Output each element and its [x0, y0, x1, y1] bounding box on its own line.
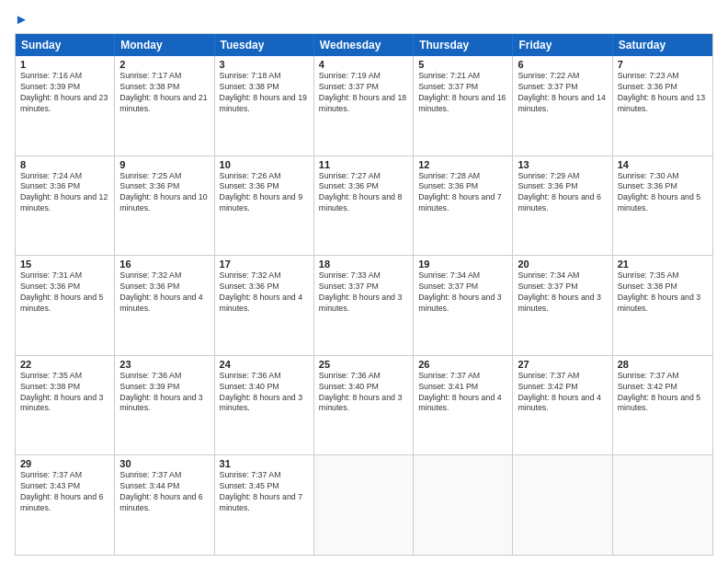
calendar-cell: 11Sunrise: 7:27 AMSunset: 3:36 PMDayligh…	[314, 156, 414, 256]
day-number: 10	[220, 159, 309, 170]
calendar-cell	[414, 455, 513, 555]
cell-info: Sunrise: 7:32 AMSunset: 3:36 PMDaylight:…	[119, 270, 202, 313]
cell-info: Sunrise: 7:34 AMSunset: 3:37 PMDaylight:…	[518, 270, 600, 313]
cell-info: Sunrise: 7:31 AMSunset: 3:36 PMDaylight:…	[20, 270, 103, 313]
day-number: 28	[618, 359, 708, 370]
cell-info: Sunrise: 7:23 AMSunset: 3:36 PMDaylight:…	[618, 71, 705, 113]
cell-info: Sunrise: 7:37 AMSunset: 3:45 PMDaylight:…	[220, 470, 302, 512]
calendar-cell: 5Sunrise: 7:21 AMSunset: 3:37 PMDaylight…	[414, 56, 513, 155]
cell-info: Sunrise: 7:16 AMSunset: 3:39 PMDaylight:…	[20, 71, 108, 113]
logo: ►	[15, 11, 28, 28]
calendar-cell: 24Sunrise: 7:36 AMSunset: 3:40 PMDayligh…	[215, 356, 314, 455]
calendar-cell: 18Sunrise: 7:33 AMSunset: 3:37 PMDayligh…	[314, 256, 414, 355]
day-number: 9	[119, 159, 209, 170]
calendar-cell: 26Sunrise: 7:37 AMSunset: 3:41 PMDayligh…	[414, 356, 513, 455]
header-friday: Friday	[513, 34, 612, 56]
day-number: 2	[119, 59, 209, 70]
calendar-cell: 10Sunrise: 7:26 AMSunset: 3:36 PMDayligh…	[215, 156, 314, 256]
cell-info: Sunrise: 7:18 AMSunset: 3:38 PMDaylight:…	[220, 71, 307, 113]
header-tuesday: Tuesday	[215, 34, 314, 56]
cell-info: Sunrise: 7:37 AMSunset: 3:42 PMDaylight:…	[518, 371, 600, 413]
cell-info: Sunrise: 7:34 AMSunset: 3:37 PMDaylight:…	[418, 270, 501, 313]
calendar-cell: 17Sunrise: 7:32 AMSunset: 3:36 PMDayligh…	[215, 256, 314, 355]
calendar-cell: 15Sunrise: 7:31 AMSunset: 3:36 PMDayligh…	[16, 256, 115, 355]
calendar-cell: 20Sunrise: 7:34 AMSunset: 3:37 PMDayligh…	[513, 256, 612, 355]
cell-info: Sunrise: 7:32 AMSunset: 3:36 PMDaylight:…	[220, 270, 302, 313]
calendar-cell: 13Sunrise: 7:29 AMSunset: 3:36 PMDayligh…	[513, 156, 612, 256]
header-wednesday: Wednesday	[314, 34, 414, 56]
cell-info: Sunrise: 7:36 AMSunset: 3:40 PMDaylight:…	[319, 371, 402, 413]
day-number: 7	[618, 59, 708, 70]
calendar-row-2: 8Sunrise: 7:24 AMSunset: 3:36 PMDaylight…	[16, 155, 712, 256]
calendar-cell: 9Sunrise: 7:25 AMSunset: 3:36 PMDaylight…	[115, 156, 214, 256]
header-saturday: Saturday	[613, 34, 712, 56]
day-number: 8	[20, 159, 109, 170]
calendar-cell: 31Sunrise: 7:37 AMSunset: 3:45 PMDayligh…	[215, 455, 314, 555]
cell-info: Sunrise: 7:26 AMSunset: 3:36 PMDaylight:…	[220, 171, 302, 213]
day-number: 1	[20, 59, 109, 70]
cell-info: Sunrise: 7:36 AMSunset: 3:39 PMDaylight:…	[119, 371, 202, 413]
calendar-cell: 19Sunrise: 7:34 AMSunset: 3:37 PMDayligh…	[414, 256, 513, 355]
cell-info: Sunrise: 7:27 AMSunset: 3:36 PMDaylight:…	[319, 171, 402, 213]
calendar-cell	[513, 455, 612, 555]
day-number: 19	[418, 259, 507, 270]
header-thursday: Thursday	[414, 34, 513, 56]
calendar-cell: 16Sunrise: 7:32 AMSunset: 3:36 PMDayligh…	[115, 256, 214, 355]
calendar-cell: 14Sunrise: 7:30 AMSunset: 3:36 PMDayligh…	[613, 156, 712, 256]
cell-info: Sunrise: 7:22 AMSunset: 3:37 PMDaylight:…	[518, 71, 605, 113]
cell-info: Sunrise: 7:19 AMSunset: 3:37 PMDaylight:…	[319, 71, 406, 113]
header-sunday: Sunday	[16, 34, 115, 56]
header: ►	[15, 11, 713, 28]
calendar-cell: 8Sunrise: 7:24 AMSunset: 3:36 PMDaylight…	[16, 156, 115, 256]
cell-info: Sunrise: 7:35 AMSunset: 3:38 PMDaylight:…	[20, 371, 103, 413]
calendar-row-5: 29Sunrise: 7:37 AMSunset: 3:43 PMDayligh…	[16, 454, 712, 555]
calendar-row-4: 22Sunrise: 7:35 AMSunset: 3:38 PMDayligh…	[16, 355, 712, 455]
calendar-cell: 21Sunrise: 7:35 AMSunset: 3:38 PMDayligh…	[613, 256, 712, 355]
day-number: 12	[418, 159, 507, 170]
calendar-cell: 28Sunrise: 7:37 AMSunset: 3:42 PMDayligh…	[613, 356, 712, 455]
cell-info: Sunrise: 7:25 AMSunset: 3:36 PMDaylight:…	[119, 171, 207, 213]
day-number: 17	[220, 259, 309, 270]
cell-info: Sunrise: 7:37 AMSunset: 3:44 PMDaylight:…	[119, 470, 202, 512]
day-number: 15	[20, 259, 109, 270]
calendar-header: Sunday Monday Tuesday Wednesday Thursday…	[16, 34, 712, 56]
calendar-cell	[314, 455, 414, 555]
day-number: 29	[20, 458, 109, 469]
cell-info: Sunrise: 7:24 AMSunset: 3:36 PMDaylight:…	[20, 171, 108, 213]
cell-info: Sunrise: 7:21 AMSunset: 3:37 PMDaylight:…	[418, 71, 506, 113]
cell-info: Sunrise: 7:33 AMSunset: 3:37 PMDaylight:…	[319, 270, 402, 313]
cell-info: Sunrise: 7:37 AMSunset: 3:41 PMDaylight:…	[418, 371, 501, 413]
day-number: 5	[418, 59, 507, 70]
day-number: 21	[618, 259, 708, 270]
calendar-cell: 12Sunrise: 7:28 AMSunset: 3:36 PMDayligh…	[414, 156, 513, 256]
calendar-cell: 1Sunrise: 7:16 AMSunset: 3:39 PMDaylight…	[16, 56, 115, 155]
page: ► Sunday Monday Tuesday Wednesday Thursd…	[0, 0, 728, 563]
day-number: 18	[319, 259, 408, 270]
day-number: 20	[518, 259, 607, 270]
cell-info: Sunrise: 7:29 AMSunset: 3:36 PMDaylight:…	[518, 171, 600, 213]
day-number: 27	[518, 359, 607, 370]
day-number: 14	[618, 159, 708, 170]
day-number: 24	[220, 359, 309, 370]
cell-info: Sunrise: 7:35 AMSunset: 3:38 PMDaylight:…	[618, 270, 700, 313]
cell-info: Sunrise: 7:36 AMSunset: 3:40 PMDaylight:…	[220, 371, 302, 413]
day-number: 4	[319, 59, 408, 70]
day-number: 11	[319, 159, 408, 170]
day-number: 22	[20, 359, 109, 370]
cell-info: Sunrise: 7:17 AMSunset: 3:38 PMDaylight:…	[119, 71, 207, 113]
calendar-cell: 25Sunrise: 7:36 AMSunset: 3:40 PMDayligh…	[314, 356, 414, 455]
calendar-cell: 6Sunrise: 7:22 AMSunset: 3:37 PMDaylight…	[513, 56, 612, 155]
day-number: 23	[119, 359, 209, 370]
calendar-row-3: 15Sunrise: 7:31 AMSunset: 3:36 PMDayligh…	[16, 255, 712, 355]
day-number: 3	[220, 59, 309, 70]
calendar-cell: 4Sunrise: 7:19 AMSunset: 3:37 PMDaylight…	[314, 56, 414, 155]
day-number: 31	[220, 458, 309, 469]
day-number: 25	[319, 359, 408, 370]
cell-info: Sunrise: 7:30 AMSunset: 3:36 PMDaylight:…	[618, 171, 700, 213]
calendar-cell: 27Sunrise: 7:37 AMSunset: 3:42 PMDayligh…	[513, 356, 612, 455]
calendar-cell: 30Sunrise: 7:37 AMSunset: 3:44 PMDayligh…	[115, 455, 214, 555]
calendar-row-1: 1Sunrise: 7:16 AMSunset: 3:39 PMDaylight…	[16, 56, 712, 155]
calendar-cell: 7Sunrise: 7:23 AMSunset: 3:36 PMDaylight…	[613, 56, 712, 155]
cell-info: Sunrise: 7:37 AMSunset: 3:42 PMDaylight:…	[618, 371, 700, 413]
calendar-cell: 2Sunrise: 7:17 AMSunset: 3:38 PMDaylight…	[115, 56, 214, 155]
